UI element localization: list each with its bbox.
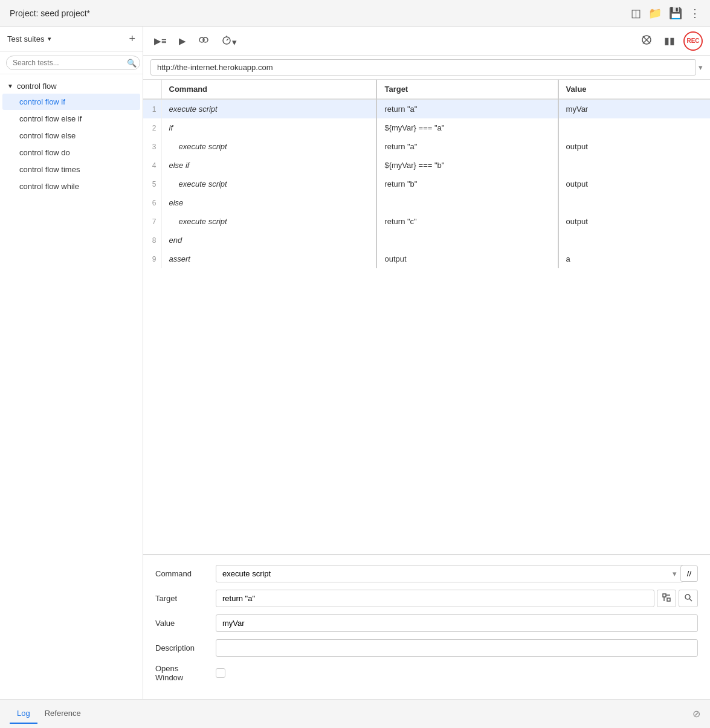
col-command: Command <box>161 80 376 99</box>
opens-window-wrap <box>216 668 225 678</box>
command-form: Command execute script ▾ // Target <box>143 555 710 699</box>
target-label: Target <box>155 594 216 603</box>
sidebar: Test suites ▾ + 🔍 ▼ control flow control… <box>0 27 143 699</box>
target-row: Target <box>155 590 698 607</box>
row-target: output <box>376 250 558 268</box>
row-number: 8 <box>143 231 161 250</box>
svg-line-4 <box>227 39 228 40</box>
dropdown-arrow-icon[interactable]: ▾ <box>48 35 51 43</box>
value-row: Value <box>155 614 698 632</box>
tree-group-control-flow[interactable]: ▼ control flow <box>0 79 143 93</box>
table-body: 1execute scriptreturn "a"myVar2if${myVar… <box>143 99 710 268</box>
url-bar: ▾ <box>143 56 710 80</box>
svg-rect-8 <box>663 594 666 597</box>
rec-label: REC <box>686 37 699 44</box>
sidebar-item-label: control flow while <box>19 182 79 191</box>
value-input[interactable] <box>216 614 698 632</box>
description-label: Description <box>155 643 216 652</box>
row-target: return "a" <box>376 137 558 156</box>
row-value <box>558 156 710 175</box>
svg-point-1 <box>203 37 208 42</box>
table-row[interactable]: 5execute scriptreturn "b"output <box>143 175 710 193</box>
command-table: Command Target Value 1execute scriptretu… <box>143 80 710 268</box>
row-number: 4 <box>143 156 161 175</box>
save-icon[interactable]: 💾 <box>669 7 682 20</box>
sidebar-item-control-flow-do[interactable]: control flow do <box>2 144 140 161</box>
row-value <box>558 193 710 212</box>
search-input[interactable] <box>6 56 140 70</box>
run-button[interactable]: ▶ <box>175 33 190 49</box>
row-value <box>558 231 710 250</box>
add-test-suite-button[interactable]: + <box>129 33 135 45</box>
table-row[interactable]: 3execute scriptreturn "a"output <box>143 137 710 156</box>
description-input[interactable] <box>216 639 698 657</box>
select-target-button[interactable] <box>657 590 676 607</box>
url-input[interactable] <box>150 59 696 76</box>
sidebar-item-control-flow-if[interactable]: control flow if <box>2 94 140 110</box>
table-header-row: Command Target Value <box>143 80 710 99</box>
title-bar-actions: ◫ 📁 💾 ⋮ <box>631 7 700 20</box>
row-number: 5 <box>143 175 161 193</box>
row-command: execute script <box>161 99 376 118</box>
record-step-button[interactable] <box>195 32 213 50</box>
table-row[interactable]: 7execute scriptreturn "c"output <box>143 212 710 231</box>
col-target: Target <box>376 80 558 99</box>
target-input[interactable] <box>216 590 654 607</box>
table-row[interactable]: 9assertoutputa <box>143 250 710 268</box>
sidebar-item-control-flow-else-if[interactable]: control flow else if <box>2 111 140 127</box>
opens-window-row: Opens Window <box>155 664 698 682</box>
comment-button[interactable]: // <box>680 565 698 582</box>
opens-window-label: Opens Window <box>155 664 216 682</box>
sidebar-header: Test suites ▾ + <box>0 27 143 52</box>
pause-button[interactable]: ▮▮ <box>660 33 679 49</box>
table-row[interactable]: 2if${myVar} === "a" <box>143 118 710 137</box>
command-select-wrap: execute script ▾ // <box>216 565 698 582</box>
tab-log[interactable]: Log <box>10 704 37 724</box>
more-icon[interactable]: ⋮ <box>689 7 700 20</box>
row-target <box>376 193 558 212</box>
row-value <box>558 118 710 137</box>
clear-button[interactable] <box>637 32 656 50</box>
opens-window-checkbox[interactable] <box>216 668 225 678</box>
row-number: 9 <box>143 250 161 268</box>
row-target <box>376 231 558 250</box>
row-value: a <box>558 250 710 268</box>
find-target-button[interactable] <box>679 590 698 607</box>
svg-rect-9 <box>667 598 670 601</box>
row-value: output <box>558 212 710 231</box>
table-row[interactable]: 1execute scriptreturn "a"myVar <box>143 99 710 118</box>
table-row[interactable]: 4else if${myVar} === "b" <box>143 156 710 175</box>
test-suites-text: Test suites <box>7 34 44 43</box>
col-num <box>143 80 161 99</box>
toolbar-left: ▶≡ ▶ ▾ <box>150 32 240 50</box>
run-all-button[interactable]: ▶≡ <box>150 33 170 49</box>
table-row[interactable]: 8end <box>143 231 710 250</box>
table-row[interactable]: 6else <box>143 193 710 212</box>
folder-icon[interactable]: 📁 <box>648 7 662 20</box>
sidebar-item-control-flow-while[interactable]: control flow while <box>2 178 140 195</box>
url-dropdown-icon[interactable]: ▾ <box>699 63 703 72</box>
row-command: assert <box>161 250 376 268</box>
test-suites-label: Test suites ▾ <box>7 34 51 43</box>
row-number: 2 <box>143 118 161 137</box>
rec-button[interactable]: REC <box>683 31 703 51</box>
sidebar-item-label: control flow do <box>19 148 70 157</box>
toolbar: ▶≡ ▶ ▾ <box>143 27 710 56</box>
row-command: else <box>161 193 376 212</box>
row-command: else if <box>161 156 376 175</box>
content-area: ▶≡ ▶ ▾ <box>143 27 710 699</box>
toolbar-right: ▮▮ REC <box>637 31 703 51</box>
new-folder-icon[interactable]: ◫ <box>631 7 641 20</box>
sidebar-item-control-flow-times[interactable]: control flow times <box>2 161 140 178</box>
close-icon[interactable]: ⊘ <box>692 708 700 720</box>
value-label: Value <box>155 619 216 628</box>
description-row: Description <box>155 639 698 657</box>
tab-reference[interactable]: Reference <box>37 704 88 724</box>
command-select[interactable]: execute script <box>216 565 683 582</box>
title-bar: Project: seed project* ◫ 📁 💾 ⋮ <box>0 0 710 27</box>
timer-button[interactable]: ▾ <box>218 32 240 50</box>
command-row: Command execute script ▾ // <box>155 565 698 582</box>
row-target: ${myVar} === "b" <box>376 156 558 175</box>
sidebar-item-control-flow-else[interactable]: control flow else <box>2 127 140 144</box>
sidebar-search-area: 🔍 <box>0 52 143 74</box>
